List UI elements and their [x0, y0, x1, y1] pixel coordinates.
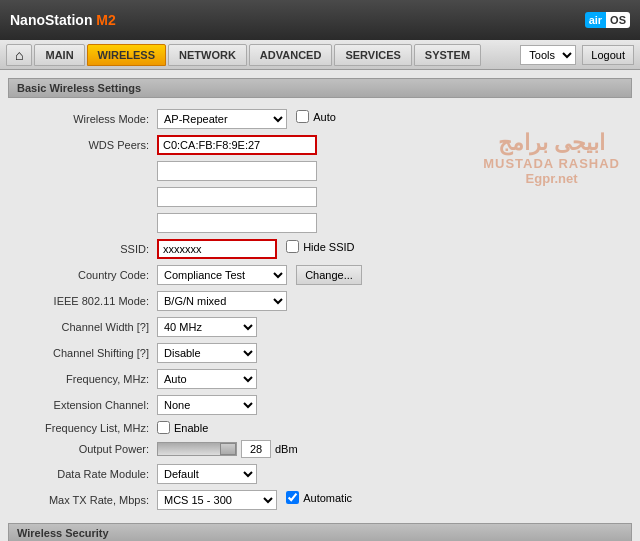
max-tx-rate-select[interactable]: MCS 15 - 300	[157, 490, 277, 510]
output-power-slider-track	[157, 442, 237, 456]
channel-shifting-row: Channel Shifting [?] Disable Enable	[8, 340, 632, 366]
wds-peers-label-2	[8, 158, 153, 184]
tab-icon[interactable]: ⌂	[6, 44, 32, 66]
ieee-mode-label: IEEE 802.11 Mode:	[8, 288, 153, 314]
brand-model: M2	[96, 12, 115, 28]
automatic-label: Automatic	[303, 492, 352, 504]
output-power-label: Output Power:	[8, 437, 153, 461]
channel-width-row: Channel Width [?] 40 MHz 20 MHz	[8, 314, 632, 340]
data-rate-row: Data Rate Module: Default	[8, 461, 632, 487]
wireless-security-section-header: Wireless Security	[8, 523, 632, 541]
wds-peers-value-1	[153, 132, 632, 158]
auto-label: Auto	[313, 111, 336, 123]
wds-peers-label-3	[8, 184, 153, 210]
wds-peers-row-4	[8, 210, 632, 236]
wireless-mode-label: Wireless Mode:	[8, 106, 153, 132]
frequency-list-checkbox[interactable]	[157, 421, 170, 434]
country-code-change-button[interactable]: Change...	[296, 265, 362, 285]
wds-peer-input-3[interactable]	[157, 187, 317, 207]
wireless-mode-value-cell: AP-Repeater Auto	[153, 106, 632, 132]
logout-button[interactable]: Logout	[582, 45, 634, 65]
wds-peer-input-4[interactable]	[157, 213, 317, 233]
frequency-select[interactable]: Auto	[157, 369, 257, 389]
basic-wireless-section-header: Basic Wireless Settings	[8, 78, 632, 98]
output-power-slider-handle[interactable]	[220, 443, 236, 455]
nav-tabs: ⌂ MAIN WIRELESS NETWORK ADVANCED SERVICE…	[6, 44, 520, 66]
wds-peers-row-1: WDS Peers:	[8, 132, 632, 158]
tab-services[interactable]: SERVICES	[334, 44, 411, 66]
header: NanoStation M2 airOS	[0, 0, 640, 40]
data-rate-label: Data Rate Module:	[8, 461, 153, 487]
output-power-input[interactable]	[241, 440, 271, 458]
main-content: ابيجى برامج MUSTADA RASHAD Egpr.net Basi…	[0, 70, 640, 541]
airos-air: air	[585, 12, 606, 28]
frequency-label: Frequency, MHz:	[8, 366, 153, 392]
channel-width-value-cell: 40 MHz 20 MHz	[153, 314, 632, 340]
ssid-input[interactable]	[157, 239, 277, 259]
channel-shifting-value-cell: Disable Enable	[153, 340, 632, 366]
tab-advanced[interactable]: ADVANCED	[249, 44, 333, 66]
basic-wireless-table: Wireless Mode: AP-Repeater Auto WDS Peer…	[8, 106, 632, 513]
country-code-select[interactable]: Compliance Test	[157, 265, 287, 285]
extension-channel-value-cell: None	[153, 392, 632, 418]
hide-ssid-checkbox[interactable]	[286, 240, 299, 253]
wds-peers-value-4	[153, 210, 632, 236]
channel-shifting-select[interactable]: Disable Enable	[157, 343, 257, 363]
frequency-list-row: Frequency List, MHz: Enable	[8, 418, 632, 437]
wds-peers-label: WDS Peers:	[8, 132, 153, 158]
hide-ssid-label: Hide SSID	[303, 241, 354, 253]
extension-channel-row: Extension Channel: None	[8, 392, 632, 418]
max-tx-rate-label: Max TX Rate, Mbps:	[8, 487, 153, 513]
ieee-mode-value-cell: B/G/N mixed	[153, 288, 632, 314]
output-power-value-cell: dBm	[153, 437, 632, 461]
brand-name: NanoStation	[10, 12, 92, 28]
channel-width-label: Channel Width [?]	[8, 314, 153, 340]
data-rate-select[interactable]: Default	[157, 464, 257, 484]
frequency-value-cell: Auto	[153, 366, 632, 392]
ieee-mode-row: IEEE 802.11 Mode: B/G/N mixed	[8, 288, 632, 314]
ssid-label: SSID:	[8, 236, 153, 262]
nav-right: Tools Logout	[520, 45, 634, 65]
automatic-checkbox[interactable]	[286, 491, 299, 504]
country-code-row: Country Code: Compliance Test Change...	[8, 262, 632, 288]
wds-peers-value-2	[153, 158, 632, 184]
airos-logo: airOS	[585, 12, 630, 28]
data-rate-value-cell: Default	[153, 461, 632, 487]
extension-channel-select[interactable]: None	[157, 395, 257, 415]
tools-select[interactable]: Tools	[520, 45, 576, 65]
navbar: ⌂ MAIN WIRELESS NETWORK ADVANCED SERVICE…	[0, 40, 640, 70]
ssid-value-cell: Hide SSID	[153, 236, 632, 262]
wds-peers-label-4	[8, 210, 153, 236]
wds-peer-input-1[interactable]	[157, 135, 317, 155]
channel-width-select[interactable]: 40 MHz 20 MHz	[157, 317, 257, 337]
extension-channel-label: Extension Channel:	[8, 392, 153, 418]
output-power-row: Output Power: dBm	[8, 437, 632, 461]
max-tx-rate-row: Max TX Rate, Mbps: MCS 15 - 300 Automati…	[8, 487, 632, 513]
frequency-list-label: Frequency List, MHz:	[8, 418, 153, 437]
country-code-value-cell: Compliance Test Change...	[153, 262, 632, 288]
ieee-mode-select[interactable]: B/G/N mixed	[157, 291, 287, 311]
auto-checkbox[interactable]	[296, 110, 309, 123]
max-tx-rate-value-cell: MCS 15 - 300 Automatic	[153, 487, 632, 513]
country-code-label: Country Code:	[8, 262, 153, 288]
wds-peers-row-2	[8, 158, 632, 184]
tab-system[interactable]: SYSTEM	[414, 44, 481, 66]
airos-os: OS	[606, 12, 630, 28]
wireless-mode-select[interactable]: AP-Repeater	[157, 109, 287, 129]
brand-title: NanoStation M2	[10, 12, 585, 28]
tab-main[interactable]: MAIN	[34, 44, 84, 66]
wds-peers-value-3	[153, 184, 632, 210]
tab-wireless[interactable]: WIRELESS	[87, 44, 166, 66]
channel-shifting-label: Channel Shifting [?]	[8, 340, 153, 366]
wds-peers-row-3	[8, 184, 632, 210]
wireless-mode-row: Wireless Mode: AP-Repeater Auto	[8, 106, 632, 132]
output-power-unit: dBm	[275, 443, 298, 455]
wds-peer-input-2[interactable]	[157, 161, 317, 181]
tab-network[interactable]: NETWORK	[168, 44, 247, 66]
frequency-row: Frequency, MHz: Auto	[8, 366, 632, 392]
frequency-list-value-cell: Enable	[153, 418, 632, 437]
ssid-row: SSID: Hide SSID	[8, 236, 632, 262]
frequency-list-enable-label: Enable	[174, 422, 208, 434]
